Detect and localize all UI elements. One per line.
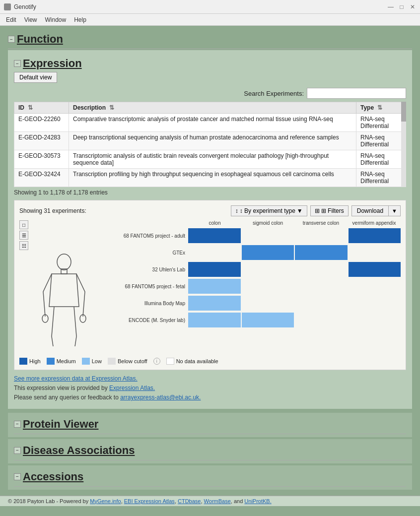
legend-low: Low — [82, 358, 102, 365]
accessions-toggle[interactable]: − — [14, 473, 21, 480]
download-button[interactable]: Download — [352, 206, 389, 216]
high-label: High — [29, 358, 41, 364]
row-description: Deep transcriptional sequencing analysis… — [69, 132, 356, 150]
low-label: Low — [92, 358, 102, 364]
heatmap-cell — [295, 262, 348, 277]
col-description[interactable]: Description ⇅ — [69, 102, 356, 114]
protein-viewer-title: Protein Viewer — [23, 418, 98, 431]
default-view-button[interactable]: Default view — [14, 72, 57, 83]
feedback-line: Please send any queries or feedback to a… — [14, 393, 406, 402]
heatmap-row-cells — [188, 245, 401, 260]
close-button[interactable]: ✕ — [409, 3, 416, 10]
body-svg — [34, 252, 94, 351]
body-controls: □ ☰ ☷ — [19, 220, 109, 250]
table-row: E-GEOD-30573 Transcriptomic analysis of … — [14, 150, 406, 169]
footer-text: © 2018 Payton Lab - Powered by — [8, 498, 90, 504]
filter-icon: ⊞ — [315, 207, 320, 214]
menu-help[interactable]: Help — [70, 15, 90, 24]
disease-section-header[interactable]: − Disease Associations — [14, 441, 406, 459]
row-type: RNA-seq Differential — [356, 150, 406, 169]
body-ctrl-3[interactable]: ☷ — [19, 241, 28, 250]
sort-icon: ↕ — [235, 207, 238, 214]
heatmap-row: 68 FANTOM5 project - fetal — [109, 278, 401, 294]
heatmap-cell — [349, 279, 401, 294]
desc-sort-icon: ⇅ — [109, 104, 114, 111]
function-title: Function — [17, 33, 63, 46]
heatmap-row-label: 68 FANTOM5 project - adult — [109, 233, 188, 239]
row-description: Comparative transcriptomic analysis of p… — [69, 114, 356, 132]
mygene-link[interactable]: MyGene.info — [90, 498, 121, 504]
info-icon[interactable]: i — [153, 358, 160, 365]
below-swatch — [108, 358, 116, 365]
ctdbase-link[interactable]: CTDbase — [178, 498, 201, 504]
body-ctrl-1[interactable]: □ — [19, 220, 28, 229]
provided-by-text: This expression view is provided by — [14, 385, 109, 391]
table-row: E-GEOD-24283 Deep transcriptional sequen… — [14, 132, 406, 150]
heatmap-row: GTEx — [109, 245, 401, 260]
function-toggle[interactable]: − — [8, 36, 15, 43]
atlas-link[interactable]: See more expression data at Expression A… — [14, 375, 138, 382]
table-scrollbar[interactable] — [401, 102, 406, 187]
menubar: Edit View Window Help — [0, 14, 420, 26]
body-ctrl-2[interactable]: ☰ — [19, 231, 28, 240]
uniprot-link[interactable]: UniProtKB. — [244, 498, 271, 504]
heatmap-column-headers: colonsigmoid colontransverse colonvermif… — [109, 220, 401, 228]
filters-button[interactable]: ⊞ ⊞ Filters — [310, 205, 349, 216]
row-description: Transcription profiling by high throughp… — [69, 169, 356, 187]
maximize-button[interactable]: □ — [398, 3, 405, 10]
wormbase-link[interactable]: WormBase — [204, 498, 231, 504]
col-id[interactable]: ID ⇅ — [14, 102, 69, 114]
accessions-divider — [14, 486, 406, 487]
download-dropdown-button[interactable]: ▼ — [389, 206, 400, 216]
no-data-swatch — [166, 358, 174, 365]
expression-atlas-link[interactable]: Expression Atlas. — [109, 385, 155, 391]
heatmap-row: 32 Uhlen's Lab — [109, 261, 401, 277]
heatmap-row-cells — [188, 262, 401, 277]
app-icon — [4, 3, 11, 10]
heatmap-section: Showing 31 experiments: ↕ ↕ By experimen… — [14, 200, 406, 370]
heatmap-cell — [295, 228, 348, 243]
heatmap-cell — [188, 296, 241, 311]
search-experiments-input[interactable] — [307, 88, 406, 99]
minimize-button[interactable]: — — [387, 3, 394, 10]
ebi-link[interactable]: EBI Expression Atlas — [124, 498, 175, 504]
disease-toggle[interactable]: − — [14, 447, 21, 454]
heatmap-cell — [188, 228, 241, 243]
window-controls: — □ ✕ — [387, 3, 416, 10]
heatmap-row-cells — [188, 296, 401, 311]
atlas-link-line: See more expression data at Expression A… — [14, 374, 406, 384]
table-row: E-GEOD-22260 Comparative transcriptomic … — [14, 114, 406, 132]
function-section-header[interactable]: − Function — [8, 30, 412, 48]
heatmap-row-label: Illumina Body Map — [109, 301, 188, 306]
legend-high: High — [19, 358, 41, 365]
heatmap-row-label: 32 Uhlen's Lab — [109, 267, 188, 272]
heatmap-col-label: vermiform appendix — [348, 220, 401, 228]
heatmap-cell — [242, 262, 294, 277]
accessions-section-header[interactable]: − Accessions — [14, 467, 406, 485]
filter-btn-label: ⊞ Filters — [321, 207, 344, 214]
expression-section-header[interactable]: − Expression — [14, 54, 406, 72]
heatmap-row-label: ENCODE (M. Snyder lab) — [109, 318, 188, 323]
expression-section: − Expression Default view Search Experim… — [8, 50, 412, 409]
heatmap-cell — [295, 245, 348, 260]
heatmap-cell — [242, 296, 294, 311]
menu-view[interactable]: View — [20, 15, 41, 24]
sort-by-type-button[interactable]: ↕ ↕ By experiment type ▼ — [231, 205, 307, 216]
protein-divider — [14, 434, 406, 434]
row-type: RNA-seq Differential — [356, 114, 406, 132]
heatmap-cell — [188, 279, 241, 294]
legend-medium: Medium — [47, 358, 76, 365]
menu-window[interactable]: Window — [41, 15, 70, 24]
email-link[interactable]: arrayexpress-atlas@ebi.ac.uk. — [120, 394, 201, 401]
row-id: E-GEOD-22260 — [14, 114, 69, 132]
showing-experiments-text: Showing 31 experiments: — [19, 207, 86, 214]
sort-dropdown-icon: ▼ — [297, 207, 303, 214]
protein-viewer-header[interactable]: − Protein Viewer — [14, 415, 406, 433]
expression-toggle[interactable]: − — [14, 60, 21, 67]
id-sort-icon: ⇅ — [28, 104, 33, 111]
col-type[interactable]: Type ⇅ — [356, 102, 406, 114]
menu-edit[interactable]: Edit — [2, 15, 20, 24]
body-figure — [34, 252, 94, 353]
table-scrollbar-thumb — [401, 102, 406, 122]
protein-viewer-toggle[interactable]: − — [14, 421, 21, 428]
